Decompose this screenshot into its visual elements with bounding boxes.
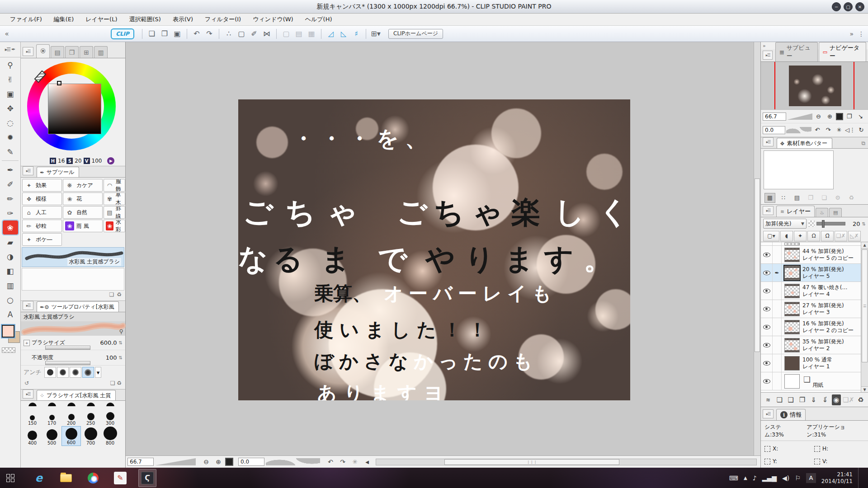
merge-visible-icon[interactable]: ⇓̇ xyxy=(821,394,830,405)
visibility-eye-icon[interactable] xyxy=(763,271,770,275)
foreground-color-swatch[interactable] xyxy=(2,325,14,338)
zoom-tool[interactable]: ⚲ xyxy=(3,58,18,72)
menu-view[interactable]: 表示(V) xyxy=(167,14,198,25)
visibility-eye-icon[interactable] xyxy=(763,343,770,347)
layer-opacity-value[interactable]: 20 xyxy=(853,221,860,227)
show-desktop-button[interactable] xyxy=(858,468,862,488)
selection-pen-button[interactable] xyxy=(248,28,260,40)
deselect-button[interactable] xyxy=(222,28,235,40)
eyedropper-tool[interactable]: ✎ xyxy=(3,145,18,159)
layer-row[interactable]: 44 % 加算(発光)レイヤー 5 のコピー xyxy=(761,246,861,264)
brush-size-170[interactable]: 170 xyxy=(42,406,61,426)
subtool-bokeh[interactable]: ✦ボケ― xyxy=(22,233,62,246)
taskbar-clip-studio[interactable]: ✎ xyxy=(111,469,129,487)
fill-tool[interactable]: ◧ xyxy=(3,264,18,278)
flip-horizontal-icon[interactable]: ◁⋮ xyxy=(845,125,855,135)
lock-layer-icon[interactable]: Ω xyxy=(807,231,820,241)
tab-info[interactable]: ℹ 情報 xyxy=(776,409,806,420)
sv-marker[interactable] xyxy=(57,81,61,85)
actual-size-icon[interactable]: ↘ xyxy=(855,112,866,122)
taskbar-clock[interactable]: 21:41 2014/10/11 xyxy=(821,471,853,485)
zoom-in-icon[interactable]: ⊕ xyxy=(825,112,835,122)
subtool-nature[interactable]: ✿自然 xyxy=(63,206,103,219)
show-hidden-icons[interactable]: ▲ xyxy=(744,475,747,480)
zoom-value-field[interactable]: 66.7 xyxy=(127,458,154,466)
brush-size-700[interactable]: 700 xyxy=(81,426,100,446)
material-drawer-icon[interactable]: ⧉ xyxy=(861,140,865,146)
saturation-value-square[interactable] xyxy=(48,84,101,134)
tab-layer-property[interactable]: ♨ xyxy=(816,208,828,217)
brush-size-400[interactable]: 400 xyxy=(23,426,42,446)
text-tool[interactable]: A xyxy=(3,307,18,321)
layer-row-paper[interactable]: 用紙 xyxy=(761,372,861,390)
scroll-left-icon[interactable]: ◀ xyxy=(362,457,373,467)
panel-menu-icon[interactable] xyxy=(5,47,10,52)
open-file-button[interactable] xyxy=(158,28,171,40)
ime-indicator[interactable]: A xyxy=(806,473,816,483)
paper-combo-icon[interactable]: ▢▾ xyxy=(763,231,779,241)
zoom-slider[interactable] xyxy=(155,458,196,465)
reference-layer-icon[interactable]: ✦ xyxy=(794,231,807,241)
clipping-icon[interactable]: ❏✗ xyxy=(835,231,847,241)
anti-alias-more[interactable]: ▾ xyxy=(95,367,101,378)
subtool-pattern[interactable]: ❖模様 xyxy=(22,192,62,205)
eraser-tool[interactable]: ▰ xyxy=(3,235,18,249)
merge-down-icon[interactable]: ⇓ xyxy=(809,394,818,405)
panel-menu-icon[interactable] xyxy=(23,389,33,399)
anti-alias-none[interactable] xyxy=(44,367,56,378)
tab-subview[interactable]: ▦ サブビュー xyxy=(775,42,817,61)
anti-alias-strong-selected[interactable] xyxy=(82,367,94,378)
menu-edit[interactable]: 編集(E) xyxy=(48,14,79,25)
scrollbar-thumb[interactable]: ☰ xyxy=(862,249,868,362)
slider-knob[interactable] xyxy=(822,220,825,228)
subtool-ruled-line[interactable]: ▤罫線 xyxy=(104,206,125,219)
menu-filter[interactable]: フィルター(I) xyxy=(199,14,246,25)
nav-zoom-slider[interactable] xyxy=(787,113,812,120)
auto-select-tool[interactable]: ✹ xyxy=(3,130,18,144)
subtool-watercolor-selected[interactable]: ❀水彩 xyxy=(104,220,125,232)
transparent-color-swatch[interactable] xyxy=(2,347,15,353)
save-button[interactable] xyxy=(171,28,184,40)
view-mode-dropdown[interactable] xyxy=(369,28,382,40)
rotate-right-icon[interactable] xyxy=(823,125,833,135)
volume-icon[interactable]: ◀) xyxy=(782,474,789,482)
airbrush-tool[interactable]: ✑ xyxy=(3,206,18,220)
paste-material-icon[interactable]: ❐ xyxy=(805,193,816,203)
panel-menu-icon[interactable] xyxy=(763,409,774,418)
nav-rotate-field[interactable]: 0.0 xyxy=(763,126,785,134)
clip-logo-button[interactable]: CLIP xyxy=(111,28,134,39)
register-tool-icon[interactable] xyxy=(110,380,115,386)
taskbar-file-explorer[interactable] xyxy=(57,469,75,487)
selection-fill-button[interactable] xyxy=(292,28,305,40)
anti-alias-middle[interactable] xyxy=(70,367,81,378)
selection-clear-button[interactable] xyxy=(305,28,318,40)
panel-menu-icon[interactable] xyxy=(763,51,773,60)
new-canvas-button[interactable] xyxy=(146,28,158,40)
brush-size-250[interactable]: 250 xyxy=(81,406,100,426)
blend-mode-dropdown[interactable]: 加算(発光)▼ xyxy=(763,219,807,229)
delete-setting-icon[interactable]: ♻ xyxy=(117,380,122,386)
layer-opacity-slider[interactable] xyxy=(816,222,845,225)
pencil-tool[interactable]: ✏ xyxy=(3,192,18,206)
menu-help[interactable]: ヘルプ(H) xyxy=(300,14,338,25)
panel-menu-icon[interactable] xyxy=(23,301,33,310)
layer-row[interactable]: 27 % 加算(発光)レイヤー 3 xyxy=(761,300,861,318)
scrollbar-thumb[interactable] xyxy=(755,178,760,352)
canvas-vertical-scrollbar[interactable] xyxy=(754,42,760,455)
selected-subtool-item[interactable]: 水彩風 土質感ブラシ xyxy=(22,247,124,267)
touch-keyboard-icon[interactable]: ⌨ xyxy=(729,474,738,482)
tab-color-set[interactable]: ❐ xyxy=(65,46,79,58)
layer-row-partial[interactable] xyxy=(761,242,861,246)
opacity-value[interactable]: 100 xyxy=(106,354,117,361)
subtool-artificial[interactable]: ⌂人工 xyxy=(22,206,62,219)
rotate-value-field[interactable]: 0.0 xyxy=(238,458,264,466)
brush-size-tab[interactable]: ⁘ ブラシサイズ[水彩風 土質 xyxy=(37,390,116,400)
rotate-right-icon[interactable] xyxy=(337,457,348,467)
menu-window[interactable]: ウィンドウ(W) xyxy=(247,14,299,25)
snap-ruler-button[interactable] xyxy=(325,28,337,40)
move-layer-tool[interactable]: ✥ xyxy=(3,101,18,115)
fit-to-screen-icon[interactable] xyxy=(225,458,233,466)
material-tab[interactable]: ❖ 素材[単色パター xyxy=(777,138,832,148)
collapse-left-icon[interactable] xyxy=(0,30,14,38)
subtool-tab[interactable]: サブツール xyxy=(37,167,79,177)
